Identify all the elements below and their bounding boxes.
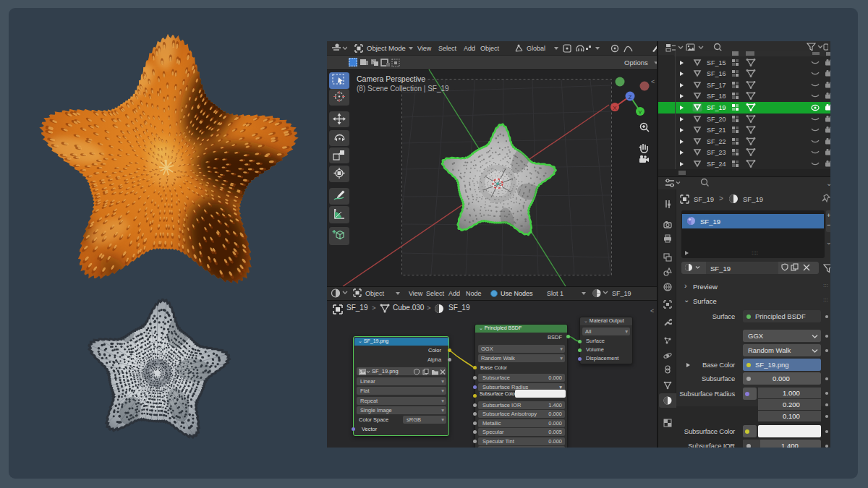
svg-text:Y: Y: [638, 109, 642, 116]
svg-text:Z: Z: [629, 94, 632, 100]
svg-text:X: X: [613, 105, 617, 111]
